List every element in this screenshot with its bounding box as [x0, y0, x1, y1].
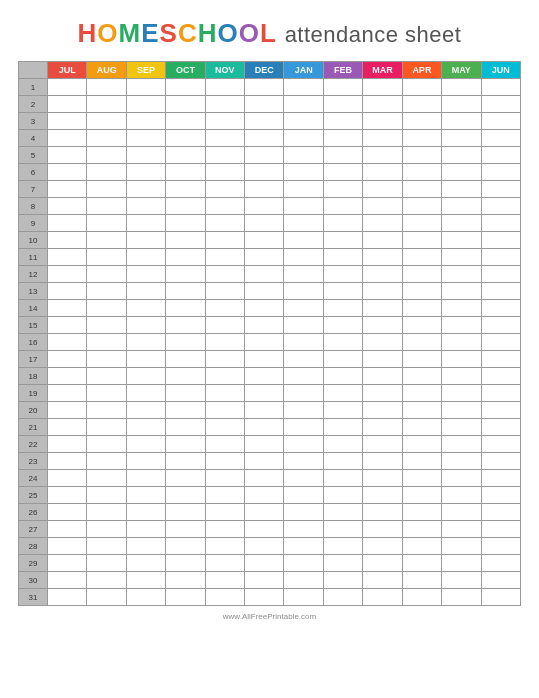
attendance-cell[interactable] — [205, 504, 244, 521]
attendance-cell[interactable] — [48, 572, 87, 589]
attendance-cell[interactable] — [126, 147, 165, 164]
attendance-cell[interactable] — [48, 130, 87, 147]
attendance-cell[interactable] — [205, 266, 244, 283]
attendance-cell[interactable] — [48, 317, 87, 334]
attendance-cell[interactable] — [166, 470, 205, 487]
attendance-cell[interactable] — [402, 572, 441, 589]
attendance-cell[interactable] — [166, 589, 205, 606]
attendance-cell[interactable] — [126, 351, 165, 368]
attendance-cell[interactable] — [126, 181, 165, 198]
attendance-cell[interactable] — [87, 402, 126, 419]
attendance-cell[interactable] — [442, 232, 481, 249]
attendance-cell[interactable] — [87, 589, 126, 606]
attendance-cell[interactable] — [205, 130, 244, 147]
attendance-cell[interactable] — [363, 181, 402, 198]
attendance-cell[interactable] — [402, 130, 441, 147]
attendance-cell[interactable] — [323, 402, 362, 419]
attendance-cell[interactable] — [126, 538, 165, 555]
attendance-cell[interactable] — [166, 521, 205, 538]
attendance-cell[interactable] — [363, 215, 402, 232]
attendance-cell[interactable] — [166, 555, 205, 572]
attendance-cell[interactable] — [126, 198, 165, 215]
attendance-cell[interactable] — [442, 266, 481, 283]
attendance-cell[interactable] — [166, 215, 205, 232]
attendance-cell[interactable] — [284, 589, 323, 606]
attendance-cell[interactable] — [363, 521, 402, 538]
attendance-cell[interactable] — [166, 453, 205, 470]
attendance-cell[interactable] — [402, 96, 441, 113]
attendance-cell[interactable] — [402, 453, 441, 470]
attendance-cell[interactable] — [481, 79, 521, 96]
attendance-cell[interactable] — [363, 113, 402, 130]
attendance-cell[interactable] — [363, 351, 402, 368]
attendance-cell[interactable] — [166, 334, 205, 351]
attendance-cell[interactable] — [323, 555, 362, 572]
attendance-cell[interactable] — [87, 572, 126, 589]
attendance-cell[interactable] — [363, 232, 402, 249]
attendance-cell[interactable] — [363, 368, 402, 385]
attendance-cell[interactable] — [48, 147, 87, 164]
attendance-cell[interactable] — [166, 419, 205, 436]
attendance-cell[interactable] — [166, 79, 205, 96]
attendance-cell[interactable] — [284, 555, 323, 572]
attendance-cell[interactable] — [126, 113, 165, 130]
attendance-cell[interactable] — [442, 130, 481, 147]
attendance-cell[interactable] — [284, 453, 323, 470]
attendance-cell[interactable] — [245, 436, 284, 453]
attendance-cell[interactable] — [126, 572, 165, 589]
attendance-cell[interactable] — [87, 368, 126, 385]
attendance-cell[interactable] — [402, 555, 441, 572]
attendance-cell[interactable] — [323, 351, 362, 368]
attendance-cell[interactable] — [284, 249, 323, 266]
attendance-cell[interactable] — [481, 215, 521, 232]
attendance-cell[interactable] — [481, 300, 521, 317]
attendance-cell[interactable] — [442, 198, 481, 215]
attendance-cell[interactable] — [166, 130, 205, 147]
attendance-cell[interactable] — [87, 419, 126, 436]
attendance-cell[interactable] — [363, 538, 402, 555]
attendance-cell[interactable] — [245, 470, 284, 487]
attendance-cell[interactable] — [363, 589, 402, 606]
attendance-cell[interactable] — [363, 453, 402, 470]
attendance-cell[interactable] — [323, 453, 362, 470]
attendance-cell[interactable] — [48, 436, 87, 453]
attendance-cell[interactable] — [442, 215, 481, 232]
attendance-cell[interactable] — [481, 147, 521, 164]
attendance-cell[interactable] — [481, 164, 521, 181]
attendance-cell[interactable] — [126, 300, 165, 317]
attendance-cell[interactable] — [126, 334, 165, 351]
attendance-cell[interactable] — [363, 164, 402, 181]
attendance-cell[interactable] — [363, 130, 402, 147]
attendance-cell[interactable] — [48, 589, 87, 606]
attendance-cell[interactable] — [284, 266, 323, 283]
attendance-cell[interactable] — [284, 317, 323, 334]
attendance-cell[interactable] — [166, 487, 205, 504]
attendance-cell[interactable] — [481, 198, 521, 215]
attendance-cell[interactable] — [245, 334, 284, 351]
attendance-cell[interactable] — [87, 334, 126, 351]
attendance-cell[interactable] — [166, 317, 205, 334]
attendance-cell[interactable] — [245, 504, 284, 521]
attendance-cell[interactable] — [205, 453, 244, 470]
attendance-cell[interactable] — [284, 283, 323, 300]
attendance-cell[interactable] — [402, 470, 441, 487]
attendance-cell[interactable] — [481, 555, 521, 572]
attendance-cell[interactable] — [402, 317, 441, 334]
attendance-cell[interactable] — [402, 521, 441, 538]
attendance-cell[interactable] — [245, 351, 284, 368]
attendance-cell[interactable] — [323, 266, 362, 283]
attendance-cell[interactable] — [323, 96, 362, 113]
attendance-cell[interactable] — [126, 521, 165, 538]
attendance-cell[interactable] — [363, 419, 402, 436]
attendance-cell[interactable] — [245, 181, 284, 198]
attendance-cell[interactable] — [442, 572, 481, 589]
attendance-cell[interactable] — [48, 538, 87, 555]
attendance-cell[interactable] — [323, 572, 362, 589]
attendance-cell[interactable] — [442, 368, 481, 385]
attendance-cell[interactable] — [205, 589, 244, 606]
attendance-cell[interactable] — [245, 419, 284, 436]
attendance-cell[interactable] — [284, 470, 323, 487]
attendance-cell[interactable] — [284, 164, 323, 181]
attendance-cell[interactable] — [48, 164, 87, 181]
attendance-cell[interactable] — [126, 266, 165, 283]
